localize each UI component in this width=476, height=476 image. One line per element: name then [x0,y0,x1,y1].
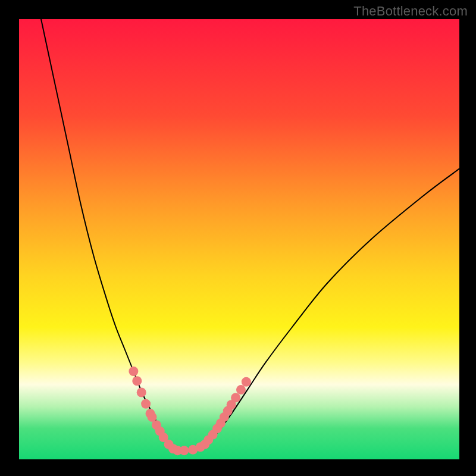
marker-dot [137,388,146,397]
curve-path [41,19,459,451]
chart-frame: TheBottleneck.com [0,0,476,476]
marker-dot [231,393,240,402]
marker-dot [180,446,189,455]
watermark-text: TheBottleneck.com [353,4,468,19]
curve-layer [19,19,459,459]
plot-area [19,19,459,459]
marker-dot [132,376,142,386]
marker-dot [141,399,151,409]
marker-dot [242,377,251,387]
marker-dot [236,385,246,394]
marker-dot [129,367,138,376]
